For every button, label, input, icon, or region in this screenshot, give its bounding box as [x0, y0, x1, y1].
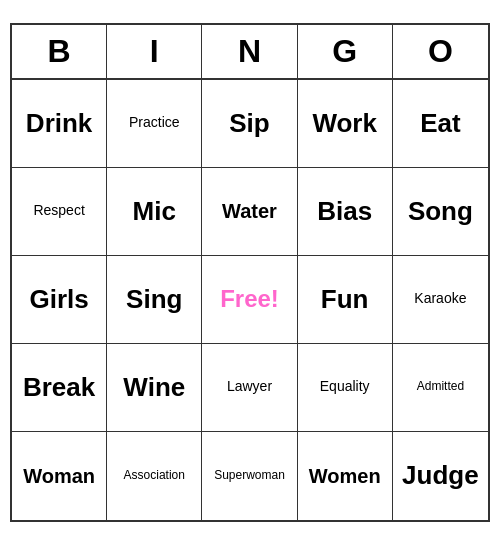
bingo-cell[interactable]: Song: [393, 168, 488, 256]
cell-text: Break: [23, 373, 95, 402]
bingo-cell[interactable]: Eat: [393, 80, 488, 168]
cell-text: Admitted: [417, 380, 464, 393]
bingo-cell[interactable]: Water: [202, 168, 297, 256]
bingo-cell[interactable]: Lawyer: [202, 344, 297, 432]
cell-text: Song: [408, 197, 473, 226]
cell-text: Drink: [26, 109, 92, 138]
cell-text: Girls: [29, 285, 88, 314]
cell-text: Work: [312, 109, 377, 138]
bingo-cell[interactable]: Karaoke: [393, 256, 488, 344]
cell-text: Woman: [23, 465, 95, 487]
cell-text: Water: [222, 200, 277, 222]
bingo-cell[interactable]: Fun: [298, 256, 393, 344]
bingo-cell[interactable]: Work: [298, 80, 393, 168]
bingo-card: BINGO DrinkPracticeSipWorkEatRespectMicW…: [10, 23, 490, 522]
bingo-cell[interactable]: Practice: [107, 80, 202, 168]
bingo-grid: DrinkPracticeSipWorkEatRespectMicWaterBi…: [12, 80, 488, 520]
cell-text: Eat: [420, 109, 460, 138]
bingo-cell[interactable]: Admitted: [393, 344, 488, 432]
bingo-cell[interactable]: Respect: [12, 168, 107, 256]
header-letter: B: [12, 25, 107, 78]
cell-text: Bias: [317, 197, 372, 226]
cell-text: Judge: [402, 461, 479, 490]
bingo-cell[interactable]: Superwoman: [202, 432, 297, 520]
cell-text: Superwoman: [214, 469, 285, 482]
cell-text: Respect: [33, 203, 84, 218]
cell-text: Lawyer: [227, 379, 272, 394]
bingo-cell[interactable]: Bias: [298, 168, 393, 256]
bingo-header: BINGO: [12, 25, 488, 80]
cell-text: Free!: [220, 286, 279, 312]
bingo-cell[interactable]: Wine: [107, 344, 202, 432]
bingo-cell[interactable]: Drink: [12, 80, 107, 168]
header-letter: I: [107, 25, 202, 78]
bingo-cell[interactable]: Sing: [107, 256, 202, 344]
bingo-cell[interactable]: Association: [107, 432, 202, 520]
cell-text: Women: [309, 465, 381, 487]
bingo-cell[interactable]: Equality: [298, 344, 393, 432]
cell-text: Wine: [123, 373, 185, 402]
bingo-cell[interactable]: Women: [298, 432, 393, 520]
bingo-cell[interactable]: Girls: [12, 256, 107, 344]
header-letter: G: [298, 25, 393, 78]
header-letter: N: [202, 25, 297, 78]
header-letter: O: [393, 25, 488, 78]
cell-text: Sing: [126, 285, 182, 314]
cell-text: Sip: [229, 109, 269, 138]
bingo-cell[interactable]: Sip: [202, 80, 297, 168]
cell-text: Association: [124, 469, 185, 482]
cell-text: Karaoke: [414, 291, 466, 306]
bingo-cell[interactable]: Break: [12, 344, 107, 432]
bingo-cell[interactable]: Woman: [12, 432, 107, 520]
cell-text: Equality: [320, 379, 370, 394]
bingo-cell[interactable]: Mic: [107, 168, 202, 256]
bingo-cell[interactable]: Judge: [393, 432, 488, 520]
cell-text: Practice: [129, 115, 180, 130]
cell-text: Fun: [321, 285, 369, 314]
bingo-cell[interactable]: Free!: [202, 256, 297, 344]
cell-text: Mic: [133, 197, 176, 226]
